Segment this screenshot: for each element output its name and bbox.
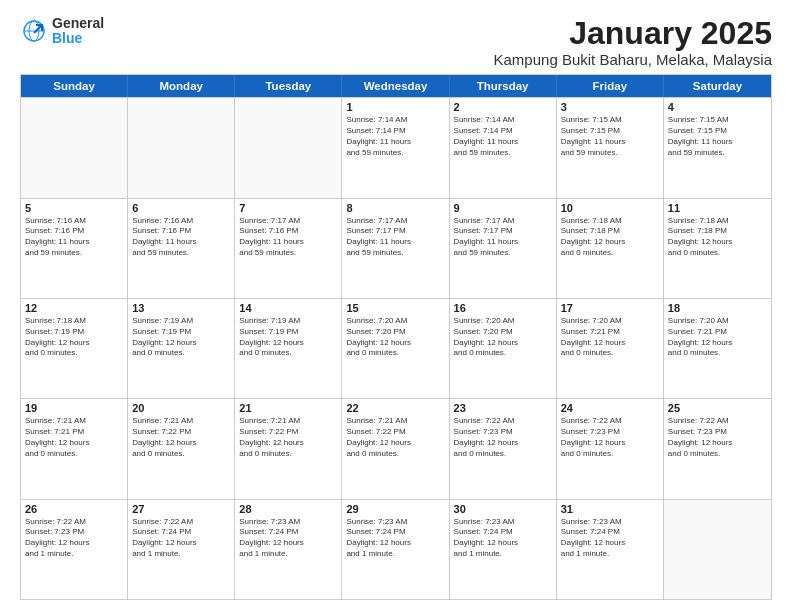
day-info: Sunrise: 7:22 AMSunset: 7:23 PMDaylight:… (668, 416, 767, 459)
day-number: 20 (132, 402, 230, 414)
day-number: 9 (454, 202, 552, 214)
title-location: Kampung Bukit Baharu, Melaka, Malaysia (494, 51, 772, 68)
calendar-cell: 31Sunrise: 7:23 AMSunset: 7:24 PMDayligh… (557, 500, 664, 599)
day-info: Sunrise: 7:15 AMSunset: 7:15 PMDaylight:… (668, 115, 767, 158)
calendar-cell (235, 98, 342, 197)
title-block: January 2025 Kampung Bukit Baharu, Melak… (494, 16, 772, 68)
day-number: 23 (454, 402, 552, 414)
day-number: 19 (25, 402, 123, 414)
calendar-cell: 17Sunrise: 7:20 AMSunset: 7:21 PMDayligh… (557, 299, 664, 398)
calendar-cell: 12Sunrise: 7:18 AMSunset: 7:19 PMDayligh… (21, 299, 128, 398)
calendar-header-cell: Friday (557, 75, 664, 97)
day-number: 25 (668, 402, 767, 414)
day-number: 24 (561, 402, 659, 414)
day-number: 27 (132, 503, 230, 515)
calendar-cell: 7Sunrise: 7:17 AMSunset: 7:16 PMDaylight… (235, 199, 342, 298)
header: General Blue January 2025 Kampung Bukit … (20, 16, 772, 68)
day-info: Sunrise: 7:23 AMSunset: 7:24 PMDaylight:… (454, 517, 552, 560)
day-number: 1 (346, 101, 444, 113)
calendar-header: SundayMondayTuesdayWednesdayThursdayFrid… (21, 75, 771, 97)
day-info: Sunrise: 7:23 AMSunset: 7:24 PMDaylight:… (239, 517, 337, 560)
calendar-cell: 28Sunrise: 7:23 AMSunset: 7:24 PMDayligh… (235, 500, 342, 599)
day-info: Sunrise: 7:19 AMSunset: 7:19 PMDaylight:… (239, 316, 337, 359)
day-info: Sunrise: 7:14 AMSunset: 7:14 PMDaylight:… (454, 115, 552, 158)
day-number: 26 (25, 503, 123, 515)
day-info: Sunrise: 7:21 AMSunset: 7:22 PMDaylight:… (239, 416, 337, 459)
day-info: Sunrise: 7:18 AMSunset: 7:18 PMDaylight:… (668, 216, 767, 259)
calendar-week: 19Sunrise: 7:21 AMSunset: 7:21 PMDayligh… (21, 398, 771, 498)
calendar-cell: 16Sunrise: 7:20 AMSunset: 7:20 PMDayligh… (450, 299, 557, 398)
day-number: 28 (239, 503, 337, 515)
day-number: 30 (454, 503, 552, 515)
calendar-cell: 23Sunrise: 7:22 AMSunset: 7:23 PMDayligh… (450, 399, 557, 498)
day-number: 13 (132, 302, 230, 314)
calendar-cell: 5Sunrise: 7:16 AMSunset: 7:16 PMDaylight… (21, 199, 128, 298)
calendar-cell: 6Sunrise: 7:16 AMSunset: 7:16 PMDaylight… (128, 199, 235, 298)
day-info: Sunrise: 7:20 AMSunset: 7:20 PMDaylight:… (346, 316, 444, 359)
logo-general-label: General (52, 16, 104, 31)
calendar-cell: 11Sunrise: 7:18 AMSunset: 7:18 PMDayligh… (664, 199, 771, 298)
day-info: Sunrise: 7:20 AMSunset: 7:21 PMDaylight:… (668, 316, 767, 359)
day-info: Sunrise: 7:17 AMSunset: 7:17 PMDaylight:… (346, 216, 444, 259)
title-month: January 2025 (494, 16, 772, 51)
calendar-header-cell: Thursday (450, 75, 557, 97)
day-info: Sunrise: 7:15 AMSunset: 7:15 PMDaylight:… (561, 115, 659, 158)
calendar-header-cell: Sunday (21, 75, 128, 97)
day-number: 12 (25, 302, 123, 314)
day-number: 29 (346, 503, 444, 515)
calendar-cell: 9Sunrise: 7:17 AMSunset: 7:17 PMDaylight… (450, 199, 557, 298)
calendar-header-cell: Tuesday (235, 75, 342, 97)
day-number: 3 (561, 101, 659, 113)
calendar-cell: 25Sunrise: 7:22 AMSunset: 7:23 PMDayligh… (664, 399, 771, 498)
day-number: 4 (668, 101, 767, 113)
calendar-week: 12Sunrise: 7:18 AMSunset: 7:19 PMDayligh… (21, 298, 771, 398)
logo: General Blue (20, 16, 104, 47)
day-number: 11 (668, 202, 767, 214)
day-number: 7 (239, 202, 337, 214)
calendar-cell: 14Sunrise: 7:19 AMSunset: 7:19 PMDayligh… (235, 299, 342, 398)
day-info: Sunrise: 7:17 AMSunset: 7:17 PMDaylight:… (454, 216, 552, 259)
calendar-cell: 30Sunrise: 7:23 AMSunset: 7:24 PMDayligh… (450, 500, 557, 599)
calendar-cell: 19Sunrise: 7:21 AMSunset: 7:21 PMDayligh… (21, 399, 128, 498)
calendar-cell: 13Sunrise: 7:19 AMSunset: 7:19 PMDayligh… (128, 299, 235, 398)
day-info: Sunrise: 7:20 AMSunset: 7:21 PMDaylight:… (561, 316, 659, 359)
day-info: Sunrise: 7:14 AMSunset: 7:14 PMDaylight:… (346, 115, 444, 158)
day-number: 16 (454, 302, 552, 314)
day-info: Sunrise: 7:17 AMSunset: 7:16 PMDaylight:… (239, 216, 337, 259)
day-info: Sunrise: 7:21 AMSunset: 7:22 PMDaylight:… (132, 416, 230, 459)
day-number: 21 (239, 402, 337, 414)
calendar-week: 5Sunrise: 7:16 AMSunset: 7:16 PMDaylight… (21, 198, 771, 298)
calendar-header-cell: Monday (128, 75, 235, 97)
day-number: 8 (346, 202, 444, 214)
calendar-cell: 4Sunrise: 7:15 AMSunset: 7:15 PMDaylight… (664, 98, 771, 197)
logo-text: General Blue (52, 16, 104, 47)
day-info: Sunrise: 7:23 AMSunset: 7:24 PMDaylight:… (561, 517, 659, 560)
calendar-header-cell: Saturday (664, 75, 771, 97)
day-info: Sunrise: 7:21 AMSunset: 7:21 PMDaylight:… (25, 416, 123, 459)
day-number: 5 (25, 202, 123, 214)
day-info: Sunrise: 7:20 AMSunset: 7:20 PMDaylight:… (454, 316, 552, 359)
calendar-cell: 22Sunrise: 7:21 AMSunset: 7:22 PMDayligh… (342, 399, 449, 498)
calendar-cell (21, 98, 128, 197)
calendar-cell: 3Sunrise: 7:15 AMSunset: 7:15 PMDaylight… (557, 98, 664, 197)
day-number: 31 (561, 503, 659, 515)
day-info: Sunrise: 7:22 AMSunset: 7:23 PMDaylight:… (561, 416, 659, 459)
calendar-cell: 20Sunrise: 7:21 AMSunset: 7:22 PMDayligh… (128, 399, 235, 498)
day-number: 6 (132, 202, 230, 214)
day-info: Sunrise: 7:18 AMSunset: 7:18 PMDaylight:… (561, 216, 659, 259)
calendar-cell: 18Sunrise: 7:20 AMSunset: 7:21 PMDayligh… (664, 299, 771, 398)
day-number: 17 (561, 302, 659, 314)
day-number: 10 (561, 202, 659, 214)
calendar-cell (128, 98, 235, 197)
calendar-cell: 10Sunrise: 7:18 AMSunset: 7:18 PMDayligh… (557, 199, 664, 298)
day-number: 22 (346, 402, 444, 414)
calendar-cell: 27Sunrise: 7:22 AMSunset: 7:24 PMDayligh… (128, 500, 235, 599)
calendar-week: 1Sunrise: 7:14 AMSunset: 7:14 PMDaylight… (21, 97, 771, 197)
calendar-cell: 29Sunrise: 7:23 AMSunset: 7:24 PMDayligh… (342, 500, 449, 599)
day-info: Sunrise: 7:23 AMSunset: 7:24 PMDaylight:… (346, 517, 444, 560)
calendar-cell: 26Sunrise: 7:22 AMSunset: 7:23 PMDayligh… (21, 500, 128, 599)
day-info: Sunrise: 7:16 AMSunset: 7:16 PMDaylight:… (25, 216, 123, 259)
calendar: SundayMondayTuesdayWednesdayThursdayFrid… (20, 74, 772, 600)
calendar-cell: 1Sunrise: 7:14 AMSunset: 7:14 PMDaylight… (342, 98, 449, 197)
logo-blue-label: Blue (52, 31, 104, 46)
